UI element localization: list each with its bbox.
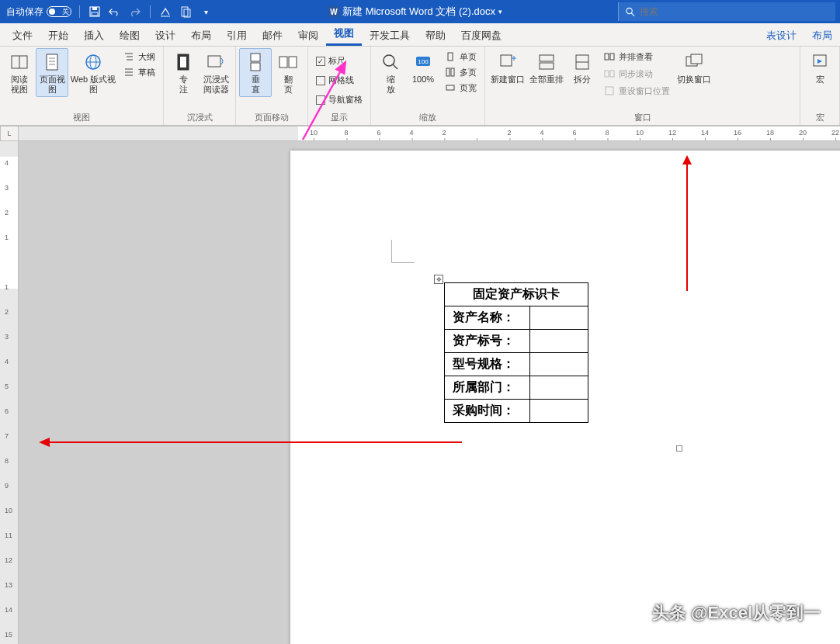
- switch-windows-button[interactable]: 切换窗口: [675, 48, 713, 88]
- svg-rect-30: [279, 57, 287, 68]
- table-cell[interactable]: [530, 353, 588, 376]
- tab-help[interactable]: 帮助: [418, 24, 453, 46]
- svg-rect-53: [691, 54, 702, 64]
- save-icon[interactable]: [88, 5, 102, 19]
- table-cell[interactable]: [530, 376, 588, 400]
- read-mode-icon: [9, 51, 30, 73]
- asset-table[interactable]: 固定资产标识卡 资产名称： 资产标号： 型号规格： 所属部门： 采购时间：: [444, 282, 588, 423]
- tab-draw[interactable]: 绘图: [112, 24, 148, 46]
- view-side-by-side-button[interactable]: 并排查看: [602, 50, 672, 64]
- search-input[interactable]: [640, 6, 829, 17]
- sync-scroll-button[interactable]: 同步滚动: [602, 67, 672, 81]
- ruler-checkbox[interactable]: ✓标尺: [314, 54, 364, 68]
- paste-icon[interactable]: [179, 5, 193, 19]
- new-window-icon: [497, 51, 519, 73]
- zoom-icon: [380, 51, 401, 73]
- svg-rect-39: [446, 85, 454, 90]
- tab-mailings[interactable]: 邮件: [255, 24, 290, 46]
- ribbon-tabs: 文件 开始 插入 绘图 设计 布局 引用 邮件 审阅 视图 开发工具 帮助 百度…: [0, 23, 840, 47]
- web-layout-button[interactable]: Web 版式视图: [68, 48, 118, 97]
- autosave-toggle[interactable]: 自动保存 关: [6, 5, 71, 19]
- table-move-handle[interactable]: ✥: [434, 275, 443, 284]
- navpane-checkbox[interactable]: 导航窗格: [314, 93, 364, 106]
- gridlines-checkbox[interactable]: 网格线: [314, 74, 364, 87]
- draft-icon: [123, 66, 135, 78]
- svg-rect-47: [605, 54, 609, 60]
- table-row[interactable]: 采购时间：: [445, 400, 530, 423]
- svg-rect-38: [451, 68, 454, 76]
- tab-developer[interactable]: 开发工具: [362, 24, 418, 46]
- one-page-button[interactable]: 单页: [443, 50, 478, 64]
- svg-marker-55: [817, 59, 822, 64]
- table-row[interactable]: 资产标号：: [445, 330, 530, 353]
- outline-button[interactable]: 大纲: [121, 50, 157, 64]
- group-label-zoom: 缩放: [374, 110, 481, 125]
- table-title-cell[interactable]: 固定资产标识卡: [445, 283, 588, 306]
- vertical-button[interactable]: 垂直: [239, 48, 272, 97]
- group-label-window: 窗口: [488, 110, 797, 125]
- svg-rect-40: [501, 55, 512, 66]
- outline-icon: [123, 50, 135, 63]
- tab-references[interactable]: 引用: [219, 24, 255, 46]
- svg-rect-50: [610, 71, 614, 77]
- arrange-all-icon: [536, 51, 557, 73]
- print-layout-button[interactable]: 页面视图: [36, 48, 68, 97]
- side-to-side-button[interactable]: 翻页: [272, 48, 304, 97]
- focus-button[interactable]: 专注: [167, 48, 200, 97]
- document-area[interactable]: ✥ 固定资产标识卡 资产名称： 资产标号： 型号规格： 所属部门： 采购时间：: [19, 141, 840, 644]
- redo-icon[interactable]: [128, 5, 142, 19]
- undo-icon[interactable]: [108, 5, 122, 19]
- split-icon: [571, 51, 593, 73]
- reset-window-button[interactable]: 重设窗口位置: [602, 84, 672, 98]
- tab-layout[interactable]: 布局: [183, 24, 219, 46]
- table-row[interactable]: 型号规格：: [445, 353, 530, 376]
- qat-more-icon[interactable]: ▾: [199, 5, 213, 19]
- svg-rect-26: [180, 57, 186, 68]
- tab-design[interactable]: 设计: [148, 24, 183, 46]
- ribbon: 阅读视图 页面视图 Web 版式视图 大纲 草稿 视图 专注: [0, 47, 840, 126]
- svg-rect-1: [92, 7, 97, 10]
- macros-icon: [809, 51, 831, 73]
- search-box[interactable]: [618, 2, 835, 21]
- side-by-side-icon: [603, 50, 616, 63]
- arrange-all-button[interactable]: 全部重排: [527, 48, 566, 88]
- table-cell[interactable]: [530, 306, 588, 330]
- zoom-button[interactable]: 缩放: [374, 48, 407, 97]
- multi-page-button[interactable]: 多页: [443, 65, 478, 79]
- autosave-label: 自动保存: [6, 5, 43, 19]
- svg-rect-29: [251, 63, 260, 71]
- macros-button[interactable]: 宏: [804, 48, 836, 88]
- table-cell[interactable]: [530, 400, 588, 423]
- sync-scroll-icon: [603, 68, 616, 80]
- table-row[interactable]: 资产名称：: [445, 306, 530, 330]
- horizontal-ruler[interactable]: 108642246810121416182022: [19, 126, 840, 141]
- split-button[interactable]: 拆分: [566, 48, 599, 88]
- touch-mode-icon[interactable]: [158, 5, 172, 19]
- tab-review[interactable]: 审阅: [290, 24, 326, 46]
- tab-baidu[interactable]: 百度网盘: [453, 24, 509, 46]
- svg-text:100: 100: [418, 58, 429, 65]
- document-page[interactable]: ✥ 固定资产标识卡 资产名称： 资产标号： 型号规格： 所属部门： 采购时间：: [290, 151, 840, 644]
- read-mode-button[interactable]: 阅读视图: [3, 48, 36, 97]
- group-label-immersive: 沉浸式: [167, 110, 232, 125]
- zoom-100-button[interactable]: 100 100%: [407, 48, 439, 88]
- immersive-reader-button[interactable]: 沉浸式阅读器: [200, 48, 232, 97]
- tab-file[interactable]: 文件: [5, 24, 40, 46]
- tab-table-design[interactable]: 表设计: [758, 24, 804, 46]
- table-row[interactable]: 所属部门：: [445, 376, 530, 400]
- tab-home[interactable]: 开始: [40, 24, 76, 46]
- vertical-ruler[interactable]: 4321123456789101112131415: [0, 141, 19, 644]
- table-resize-handle[interactable]: [676, 445, 682, 452]
- draft-button[interactable]: 草稿: [121, 65, 157, 79]
- switch-windows-icon: [683, 51, 705, 73]
- new-window-button[interactable]: 新建窗口: [488, 48, 527, 88]
- reset-window-icon: [603, 85, 616, 97]
- tab-view[interactable]: 视图: [326, 22, 362, 46]
- tab-table-layout[interactable]: 布局: [804, 24, 840, 46]
- word-icon: W: [328, 6, 339, 17]
- page-width-button[interactable]: 页宽: [443, 81, 478, 95]
- svg-rect-27: [208, 56, 220, 67]
- tab-insert[interactable]: 插入: [76, 24, 112, 46]
- table-cell[interactable]: [530, 330, 588, 353]
- group-label-pagemove: 页面移动: [239, 110, 304, 125]
